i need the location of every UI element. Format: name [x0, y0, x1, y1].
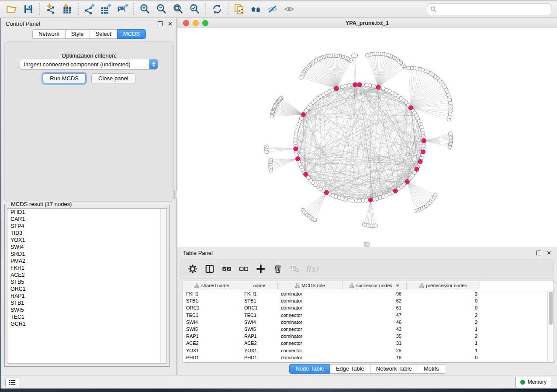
dominator-node[interactable]: [369, 198, 373, 202]
table-cell[interactable]: dominator: [278, 355, 343, 360]
table-cell[interactable]: 0: [407, 305, 480, 310]
table-tab-edge-table[interactable]: Edge Table: [330, 364, 370, 374]
dominator-node[interactable]: [422, 138, 426, 143]
mcds-result-item[interactable]: ACE2: [7, 272, 166, 279]
table-cell[interactable]: 96: [343, 291, 407, 296]
mcds-result-list[interactable]: PHD1CAR1STP4TID3YOX1SWI4SRD1PMA2FKH1ACE2…: [7, 208, 167, 364]
dominator-node[interactable]: [294, 147, 298, 151]
mcds-result-item[interactable]: SWI5: [7, 306, 166, 313]
export-image-button[interactable]: [114, 2, 131, 16]
graph-node[interactable]: [313, 218, 317, 222]
graph-node[interactable]: [407, 66, 411, 70]
table-cell[interactable]: 46: [343, 320, 407, 325]
zoom-in-button[interactable]: [137, 2, 153, 16]
graph-node[interactable]: [352, 54, 355, 57]
mcds-result-item[interactable]: PHD1: [7, 209, 166, 216]
table-close-icon[interactable]: ✕: [547, 250, 551, 256]
network-canvas[interactable]: [177, 28, 557, 247]
table-cell[interactable]: 2: [407, 334, 480, 339]
table-row[interactable]: TEC1TEC1connector472: [183, 312, 554, 319]
mcds-result-item[interactable]: YOX1: [7, 237, 166, 244]
table-tab-node-table[interactable]: Node Table: [289, 364, 330, 374]
mcds-result-item[interactable]: TID3: [7, 230, 166, 237]
table-cell[interactable]: ACE2: [183, 340, 241, 346]
dominator-node[interactable]: [405, 179, 409, 184]
show-hide-columns-button[interactable]: [203, 262, 216, 275]
table-cell[interactable]: dominator: [278, 334, 343, 339]
graph-node[interactable]: [354, 199, 358, 203]
table-row[interactable]: PHD1PHD1dominator180: [183, 354, 554, 361]
table-row[interactable]: YOX1YOX1connector291: [183, 347, 554, 354]
dominator-node[interactable]: [408, 106, 413, 110]
graph-node[interactable]: [340, 85, 344, 89]
table-cell[interactable]: ACE2: [241, 340, 278, 346]
dominator-node[interactable]: [353, 83, 357, 87]
graph-node[interactable]: [344, 198, 348, 202]
dominator-node[interactable]: [421, 150, 425, 154]
dominator-node[interactable]: [304, 172, 308, 176]
memory-button[interactable]: Memory: [515, 377, 551, 387]
float-panel-icon[interactable]: [158, 21, 163, 26]
table-cell[interactable]: RAP1: [183, 334, 241, 339]
table-cell[interactable]: connector: [278, 327, 343, 332]
mcds-result-item[interactable]: FKH1: [7, 265, 166, 272]
zoom-fit-button[interactable]: [170, 2, 187, 16]
export-network-button[interactable]: [81, 2, 98, 16]
select-all-button[interactable]: [220, 262, 233, 275]
table-cell[interactable]: 0: [407, 355, 480, 360]
table-cell[interactable]: 1: [407, 340, 480, 346]
table-cell[interactable]: STB1: [183, 298, 241, 303]
graph-node[interactable]: [368, 84, 372, 88]
function-builder-button[interactable]: f(x): [305, 262, 318, 275]
deselect-all-button[interactable]: [237, 262, 250, 275]
table-row[interactable]: ACE2ACE2connector311: [183, 340, 554, 347]
save-session-button[interactable]: [20, 2, 37, 16]
graph-node[interactable]: [449, 132, 452, 135]
table-cell[interactable]: SWI5: [183, 327, 241, 332]
column-header-MCDS-role[interactable]: MCDS role: [278, 281, 343, 290]
table-tab-motifs[interactable]: Motifs: [418, 364, 445, 374]
table-cell[interactable]: connector: [278, 340, 343, 346]
table-row[interactable]: RAP1RAP1dominator352: [183, 333, 554, 340]
table-cell[interactable]: PHD1: [241, 355, 278, 360]
table-cell[interactable]: 35: [343, 334, 407, 339]
table-cell[interactable]: PHD1: [183, 355, 241, 360]
table-cell[interactable]: dominator: [278, 298, 343, 303]
run-mcds-button[interactable]: Run MCDS: [43, 73, 86, 83]
table-cell[interactable]: 62: [343, 298, 407, 303]
criterion-dropdown[interactable]: largest connected component (undirected): [20, 59, 158, 69]
dominator-node[interactable]: [415, 167, 419, 171]
table-cell[interactable]: 0: [407, 298, 480, 303]
graph-node[interactable]: [269, 168, 273, 172]
table-cell[interactable]: 18: [343, 355, 407, 360]
table-cell[interactable]: ORC1: [183, 305, 241, 310]
table-cell[interactable]: SWI5: [241, 327, 278, 332]
table-cell[interactable]: 2: [407, 320, 480, 325]
table-row[interactable]: SWI4SWI4dominator462: [183, 319, 554, 326]
close-panel-button[interactable]: Close panel: [91, 73, 135, 83]
tab-select[interactable]: Select: [90, 29, 118, 39]
hide-selected-button[interactable]: [264, 2, 281, 16]
graph-node[interactable]: [371, 84, 375, 88]
tab-style[interactable]: Style: [65, 29, 90, 39]
graph-node[interactable]: [358, 199, 362, 203]
open-file-button[interactable]: [3, 2, 20, 16]
table-scrollbar[interactable]: [547, 290, 554, 362]
table-cell[interactable]: connector: [278, 348, 343, 353]
table-cell[interactable]: 1: [407, 348, 480, 353]
column-header-successor-nodes[interactable]: successor nodes: [343, 281, 407, 290]
dominator-node[interactable]: [301, 113, 305, 117]
dominator-node[interactable]: [334, 86, 339, 91]
table-cell[interactable]: 1: [407, 327, 480, 332]
column-header-shared-name[interactable]: shared name: [183, 281, 241, 290]
graph-node[interactable]: [374, 224, 377, 227]
import-table-button[interactable]: [59, 2, 76, 16]
table-cell[interactable]: FKH1: [241, 291, 278, 296]
table-cell[interactable]: STB1: [241, 298, 278, 303]
mcds-result-item[interactable]: TEC1: [7, 313, 166, 320]
table-cell[interactable]: ORC1: [241, 305, 278, 310]
column-header-predecessor-nodes[interactable]: predecessor nodes: [407, 281, 480, 290]
table-cell[interactable]: TEC1: [183, 313, 241, 318]
dominator-node[interactable]: [393, 189, 398, 193]
zoom-out-button[interactable]: [153, 2, 170, 16]
